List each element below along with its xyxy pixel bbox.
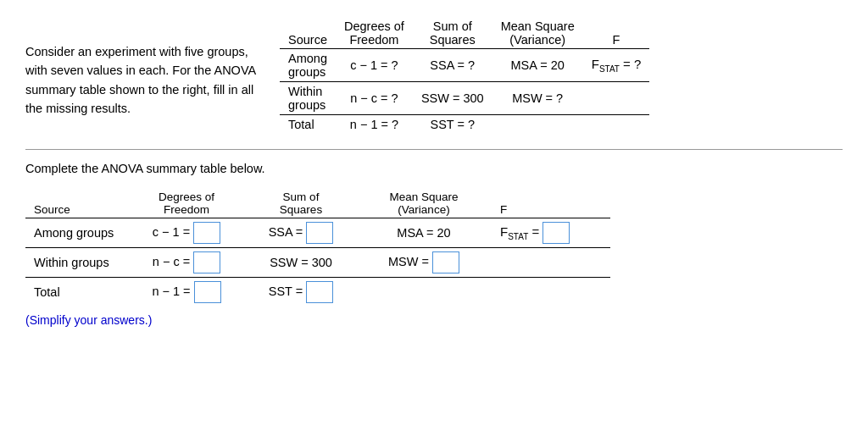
row-source: Within groups [280,82,336,115]
table-row: Total n − 1 = ? SST = ? [280,115,649,135]
input-sst[interactable] [306,281,333,303]
row-sum-among: SSA = [246,218,356,248]
reference-anova-table: Source Degrees of Freedom Sum of Squares… [280,17,843,134]
input-degrees-total[interactable] [194,281,221,303]
input-fstat[interactable] [542,222,570,244]
bottom-col-sum: Sum of Squares [246,187,356,218]
row-mean [492,115,583,135]
row-f [583,82,650,115]
row-source-among: Among groups [25,218,127,248]
table-row: Among groups c − 1 = ? SSA = ? MSA = 20 … [280,49,649,82]
row-degrees: c − 1 = ? [336,49,413,82]
col-header-sum: Sum of Squares [413,17,492,49]
row-degrees-within: n − c = [127,248,246,278]
col-header-mean: Mean Square (Variance) [492,17,583,49]
row-degrees: n − 1 = ? [336,115,413,135]
row-sum: SSA = ? [413,49,492,82]
bottom-section: Complete the ANOVA summary table below. … [25,162,843,327]
row-sum-within: SSW = 300 [246,248,356,278]
row-sum: SSW = 300 [413,82,492,115]
row-source-within: Within groups [25,248,127,278]
col-header-degrees: Degrees of Freedom [336,17,413,49]
top-section: Consider an experiment with five groups,… [25,17,843,134]
row-mean: MSA = 20 [492,49,583,82]
table-row: Within groups n − c = ? SSW = 300 MSW = … [280,82,649,115]
problem-text: Consider an experiment with five groups,… [25,45,255,115]
row-degrees-total: n − 1 = [127,278,246,307]
input-msw[interactable] [432,251,459,273]
table-row: Total n − 1 = SST = [25,278,610,307]
row-sum: SST = ? [413,115,492,135]
row-f: FSTAT = ? [583,49,650,82]
row-f-among: FSTAT = [492,218,610,248]
row-source: Total [280,115,336,135]
row-degrees-among: c − 1 = [127,218,246,248]
row-f-total [492,278,610,307]
row-sum-total: SST = [246,278,356,307]
row-mean-within: MSW = [356,248,492,278]
bottom-header-row: Source Degrees of Freedom Sum of Squares… [25,187,610,218]
row-mean-among: MSA = 20 [356,218,492,248]
row-degrees: n − c = ? [336,82,413,115]
section-divider [25,149,843,150]
bottom-col-f: F [492,187,610,218]
table-row: Among groups c − 1 = SSA = MSA = 20 FSTA… [25,218,610,248]
input-ssa[interactable] [306,222,333,244]
row-f-within [492,248,610,278]
col-header-f: F [583,17,650,49]
row-mean-total [356,278,492,307]
bottom-col-mean: Mean Square (Variance) [356,187,492,218]
reference-table: Source Degrees of Freedom Sum of Squares… [280,17,649,134]
complete-label: Complete the ANOVA summary table below. [25,162,843,175]
bottom-col-degrees: Degrees of Freedom [127,187,246,218]
table-header-row: Source Degrees of Freedom Sum of Squares… [280,17,649,49]
interactive-anova-table: Source Degrees of Freedom Sum of Squares… [25,187,610,307]
table-row: Within groups n − c = SSW = 300 MSW = [25,248,610,278]
input-degrees-among[interactable] [193,222,220,244]
problem-description: Consider an experiment with five groups,… [25,17,263,134]
input-degrees-within[interactable] [193,251,220,273]
col-header-source: Source [280,17,336,49]
bottom-col-source: Source [25,187,127,218]
row-source: Among groups [280,49,336,82]
row-source-total: Total [25,278,127,307]
row-f [583,115,650,135]
simplify-note: (Simplify your answers.) [25,313,843,327]
row-mean: MSW = ? [492,82,583,115]
